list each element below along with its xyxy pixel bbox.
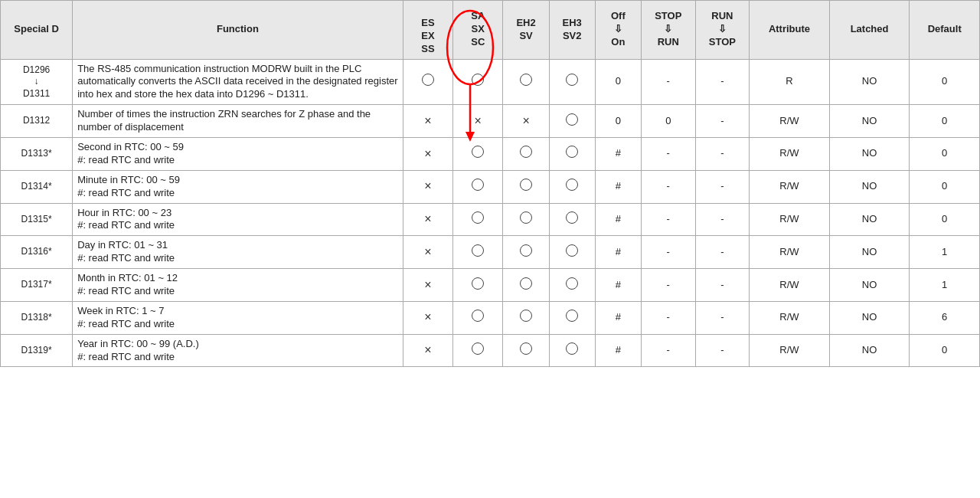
cell-function: Second in RTC: 00 ~ 59 #: read RTC and w… <box>73 138 403 171</box>
cell-default: 1 <box>910 236 980 269</box>
cross-symbol: × <box>424 211 431 228</box>
circle-symbol <box>422 74 434 86</box>
cell-latched: NO <box>829 301 910 334</box>
cell-eh3 <box>549 301 595 334</box>
cell-off-on: # <box>595 170 641 203</box>
cell-default: 0 <box>910 334 980 367</box>
header-attribute: Attribute <box>750 1 830 60</box>
cell-eh2 <box>503 203 549 236</box>
cell-default: 0 <box>910 170 980 203</box>
cell-special-d: D1313* <box>1 138 73 171</box>
cell-latched: NO <box>829 138 910 171</box>
circle-symbol <box>520 179 532 191</box>
table-row: D1319*Year in RTC: 00 ~ 99 (A.D.) #: rea… <box>1 334 980 367</box>
circle-symbol <box>520 74 532 86</box>
header-default: Default <box>910 1 980 60</box>
circle-symbol <box>520 211 532 224</box>
table-row: D1314*Minute in RTC: 00 ~ 59 #: read RTC… <box>1 170 980 203</box>
cell-off-on: # <box>595 203 641 236</box>
circle-symbol <box>472 342 484 355</box>
cell-stop-run: - <box>641 138 695 171</box>
cell-eh3 <box>549 59 595 105</box>
cell-attribute: R/W <box>750 105 830 138</box>
cell-es: × <box>403 236 452 269</box>
cell-eh2: × <box>503 105 549 138</box>
header-special-d: Special D <box>1 1 73 60</box>
cell-attribute: R/W <box>750 236 830 269</box>
cell-run-stop: - <box>695 59 750 105</box>
circle-symbol <box>566 244 578 257</box>
cell-es: × <box>403 105 452 138</box>
cell-function: Year in RTC: 00 ~ 99 (A.D.) #: read RTC … <box>73 334 403 367</box>
cell-es: × <box>403 203 452 236</box>
cell-attribute: R/W <box>750 170 830 203</box>
cell-stop-run: - <box>641 203 695 236</box>
cell-attribute: R/W <box>750 301 830 334</box>
header-function: Function <box>73 1 403 60</box>
cell-eh3 <box>549 138 595 171</box>
cross-symbol: × <box>424 146 431 162</box>
cell-sa <box>453 59 503 105</box>
cell-eh2 <box>503 59 549 105</box>
cell-attribute: R/W <box>750 138 830 171</box>
cell-eh3 <box>549 203 595 236</box>
circle-symbol <box>566 310 578 322</box>
cell-function: Week in RTC: 1 ~ 7 #: read RTC and write <box>73 301 403 334</box>
header-eh3-label: EH3SV2 <box>563 17 582 41</box>
cell-default: 0 <box>910 59 980 105</box>
cell-eh2 <box>503 301 549 334</box>
header-eh3-sv2: EH3SV2 <box>549 1 595 60</box>
header-es-label: ESEXSS <box>421 17 434 54</box>
cell-run-stop: - <box>695 334 750 367</box>
header-latched: Latched <box>829 1 910 60</box>
cell-function: Minute in RTC: 00 ~ 59 #: read RTC and w… <box>73 170 403 203</box>
cell-default: 6 <box>910 301 980 334</box>
cell-eh2 <box>503 236 549 269</box>
cell-run-stop: - <box>695 203 750 236</box>
cell-function: Month in RTC: 01 ~ 12 #: read RTC and wr… <box>73 269 403 302</box>
circle-symbol <box>472 211 484 224</box>
cell-sa <box>453 203 503 236</box>
cell-off-on: 0 <box>595 59 641 105</box>
cell-default: 0 <box>910 203 980 236</box>
cell-latched: NO <box>829 105 910 138</box>
cell-default: 1 <box>910 269 980 302</box>
table-row: D1296 ↓ D1311The RS-485 communication in… <box>1 59 980 105</box>
cross-symbol: × <box>424 244 431 260</box>
cell-sa <box>453 301 503 334</box>
cross-symbol: × <box>522 113 529 129</box>
cell-attribute: R/W <box>750 334 830 367</box>
cell-special-d: D1317* <box>1 269 73 302</box>
cell-off-on: # <box>595 138 641 171</box>
cell-latched: NO <box>829 236 910 269</box>
cell-eh3 <box>549 170 595 203</box>
cell-eh2 <box>503 170 549 203</box>
cell-eh2 <box>503 138 549 171</box>
cell-run-stop: - <box>695 170 750 203</box>
cell-latched: NO <box>829 269 910 302</box>
cell-special-d: D1315* <box>1 203 73 236</box>
cell-off-on: # <box>595 301 641 334</box>
circle-symbol <box>472 179 484 191</box>
cell-run-stop: - <box>695 105 750 138</box>
circle-symbol <box>566 179 578 191</box>
cell-es: × <box>403 138 452 171</box>
cell-stop-run: 0 <box>641 105 695 138</box>
cell-special-d: D1314* <box>1 170 73 203</box>
cell-es: × <box>403 301 452 334</box>
cell-stop-run: - <box>641 236 695 269</box>
header-sa-sx-sc: SASXSC <box>453 1 503 60</box>
cell-es: × <box>403 269 452 302</box>
cell-default: 0 <box>910 105 980 138</box>
cell-eh3 <box>549 105 595 138</box>
table-body: D1296 ↓ D1311The RS-485 communication in… <box>1 59 980 367</box>
cell-off-on: # <box>595 236 641 269</box>
cell-default: 0 <box>910 138 980 171</box>
circle-symbol <box>472 277 484 290</box>
table-header: Special D Function ESEXSS SASXSC EH2SV E… <box>1 1 980 60</box>
cell-stop-run: - <box>641 301 695 334</box>
cross-symbol: × <box>424 310 431 326</box>
circle-symbol <box>566 113 578 126</box>
cell-stop-run: - <box>641 334 695 367</box>
cross-symbol: × <box>424 113 431 129</box>
